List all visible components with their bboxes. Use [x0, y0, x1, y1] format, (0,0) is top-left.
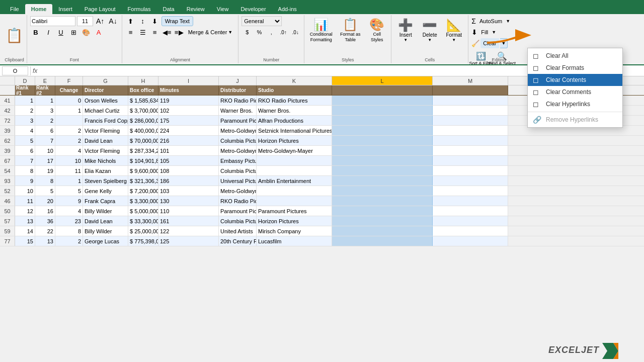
cell-director[interactable]: Elia Kazan [83, 166, 128, 175]
cell-rank1[interactable]: 8 [15, 166, 35, 175]
font-size-decrease[interactable]: A↓ [107, 17, 118, 26]
cell-extra[interactable] [433, 126, 508, 135]
cell-boxoffice[interactable]: $ 70,000,000 [128, 136, 158, 145]
cell-distributor[interactable]: 20th Century Fox [219, 236, 257, 246]
indent-decrease-btn[interactable]: ◀≡ [162, 27, 173, 37]
cell-studio[interactable]: Selznick International Pictures [257, 126, 332, 135]
cell-boxoffice[interactable]: $ 7,200,000 [128, 186, 158, 196]
cell-minutes[interactable]: 101 [158, 146, 219, 155]
align-center-btn[interactable]: ☰ [137, 27, 148, 37]
cell-boxoffice[interactable]: $ 33,300,000 [128, 216, 158, 226]
cell-rank1[interactable]: 6 [15, 146, 35, 155]
cell-selected[interactable] [332, 146, 433, 155]
cell-minutes[interactable]: 110 [158, 206, 219, 216]
cell-distributor[interactable]: Metro-Goldwyn-Mayer [219, 186, 257, 196]
bold-button[interactable]: B [30, 27, 41, 37]
cell-extra[interactable] [433, 146, 508, 155]
cell-rank2[interactable]: 5 [35, 186, 55, 196]
clear-comments-item[interactable]: ◻ Clear Comments [528, 86, 622, 98]
cell-selected[interactable] [332, 156, 433, 165]
cell-distributor[interactable]: Warner Bros. [219, 106, 257, 115]
cell-rank2[interactable]: 16 [35, 206, 55, 216]
cell-director[interactable]: Gene Kelly [83, 186, 128, 196]
cell-studio[interactable]: Amblin Entertainment [257, 176, 332, 186]
wrap-text-button[interactable]: Wrap Text [162, 16, 193, 26]
tab-page-layout[interactable]: Page Layout [78, 4, 122, 14]
header-extra[interactable] [433, 85, 508, 95]
cell-extra[interactable] [433, 106, 508, 115]
cell-change[interactable]: 1 [55, 176, 83, 186]
cell-selected[interactable] [332, 236, 433, 246]
cell-distributor[interactable]: RKO Radio Pictures [219, 196, 257, 206]
cell-selected[interactable] [332, 206, 433, 216]
header-studio[interactable]: Studio [257, 85, 332, 95]
cell-extra[interactable] [433, 196, 508, 206]
cell-director[interactable]: Francis Ford Coppola [83, 116, 128, 125]
cell-extra[interactable] [433, 96, 508, 105]
cell-change[interactable]: 4 [55, 206, 83, 216]
clear-all-item[interactable]: ◻ Clear All [528, 50, 622, 62]
cell-rank2[interactable]: 22 [35, 226, 55, 236]
insert-button[interactable]: ➕ Insert ▼ [394, 16, 417, 44]
col-header-f[interactable]: F [55, 76, 83, 85]
currency-btn[interactable]: $ [242, 27, 253, 37]
cell-boxoffice[interactable]: $ 1,585,634 [128, 96, 158, 105]
cell-distributor[interactable]: Metro-Goldwyn-Mayer [219, 146, 257, 155]
cell-rank2[interactable]: 8 [35, 176, 55, 186]
conditional-formatting-button[interactable]: 📊 Conditional Formatting [307, 16, 335, 44]
cell-distributor[interactable]: Paramount Pictures [219, 116, 257, 125]
cell-minutes[interactable]: 186 [158, 176, 219, 186]
cell-selected[interactable] [332, 106, 433, 115]
font-color-button[interactable]: A [93, 27, 104, 37]
header-boxoffice[interactable]: Box office [128, 85, 158, 95]
header-change[interactable]: Change [55, 85, 83, 95]
cell-change[interactable]: 1 [55, 106, 83, 115]
name-box[interactable] [2, 66, 28, 75]
cell-director[interactable]: Mike Nichols [83, 156, 128, 165]
cell-minutes[interactable]: 103 [158, 186, 219, 196]
cell-rank1[interactable]: 9 [15, 176, 35, 186]
cell-rank1[interactable]: 12 [15, 206, 35, 216]
tab-view[interactable]: View [211, 4, 235, 14]
decimal-decrease-btn[interactable]: .0↓ [290, 27, 301, 37]
cell-selected[interactable] [332, 226, 433, 236]
cell-boxoffice[interactable]: $ 287,334,279 [128, 146, 158, 155]
fill-button[interactable]: Fill [478, 27, 491, 37]
cell-extra[interactable] [433, 136, 508, 145]
cell-change[interactable]: 2 [55, 126, 83, 135]
percent-btn[interactable]: % [254, 27, 265, 37]
cell-selected[interactable] [332, 196, 433, 206]
cell-change[interactable]: 11 [55, 166, 83, 175]
cell-rank1[interactable]: 3 [15, 116, 35, 125]
cell-minutes[interactable]: 175 [158, 116, 219, 125]
cell-rank2[interactable]: 6 [35, 126, 55, 135]
cell-minutes[interactable]: 216 [158, 136, 219, 145]
align-middle-btn[interactable]: ↕ [137, 16, 148, 26]
header-rank2[interactable]: Rank #2 [35, 85, 55, 95]
cell-director[interactable]: Billy Wilder [83, 206, 128, 216]
tab-insert[interactable]: Insert [52, 4, 78, 14]
cell-rank2[interactable]: 36 [35, 216, 55, 226]
tab-developer[interactable]: Developer [234, 4, 272, 14]
cell-boxoffice[interactable]: $ 321,306,305 [128, 176, 158, 186]
cell-boxoffice[interactable]: $ 5,000,000 [128, 206, 158, 216]
fill-dropdown-icon[interactable]: ▼ [492, 30, 496, 35]
font-size-select[interactable] [77, 16, 93, 26]
remove-hyperlinks-item[interactable]: 🔗 Remove Hyperlinks [528, 114, 622, 126]
autosum-button[interactable]: AutoSum [477, 16, 505, 26]
cell-rank2[interactable]: 1 [35, 96, 55, 105]
cell-rank2[interactable]: 7 [35, 136, 55, 145]
cell-distributor[interactable]: RKO Radio Pictures [219, 96, 257, 105]
header-rank1[interactable]: Rank #1 [15, 85, 35, 95]
cell-change[interactable]: 9 [55, 196, 83, 206]
cell-boxoffice[interactable]: $ 104,901,839 [128, 156, 158, 165]
cell-selected[interactable] [332, 166, 433, 175]
cell-director[interactable]: Michael Curtiz [83, 106, 128, 115]
cell-rank1[interactable]: 13 [15, 216, 35, 226]
comma-btn[interactable]: , [266, 27, 277, 37]
cell-rank1[interactable]: 4 [15, 126, 35, 135]
cell-rank1[interactable]: 7 [15, 156, 35, 165]
cell-minutes[interactable]: 119 [158, 96, 219, 105]
cell-selected[interactable] [332, 186, 433, 196]
cell-extra[interactable] [433, 186, 508, 196]
